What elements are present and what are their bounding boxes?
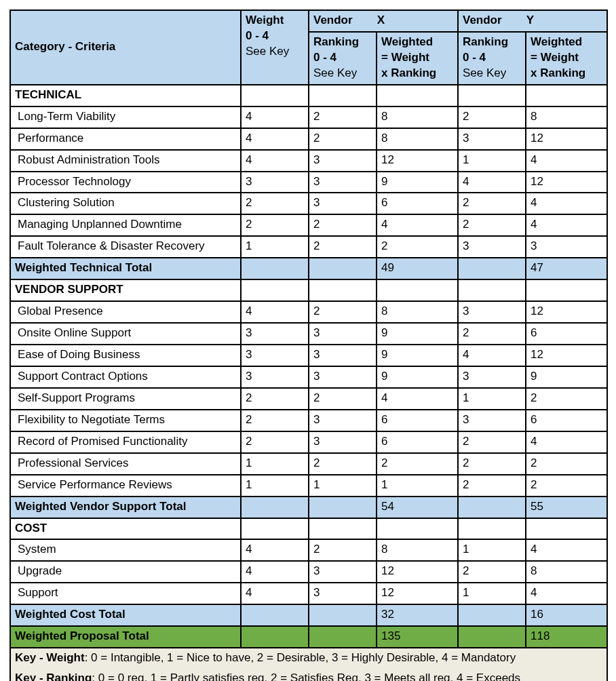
weight-cell: 4 bbox=[241, 128, 309, 150]
weight-cell: 2 bbox=[241, 410, 309, 431]
weighted-x-cell: 2 bbox=[377, 453, 458, 475]
ranking-x-cell: 3 bbox=[309, 583, 377, 604]
weight-cell: 2 bbox=[241, 214, 309, 236]
ranking-y-cell: 1 bbox=[458, 583, 526, 604]
weighted-x-cell: 6 bbox=[377, 410, 458, 431]
weighted-x-cell: 4 bbox=[377, 214, 458, 236]
weighted-x-cell: 2 bbox=[377, 236, 458, 258]
empty-cell bbox=[377, 518, 458, 540]
weighted-x-cell: 9 bbox=[377, 345, 458, 366]
ranking-y-cell: 2 bbox=[458, 193, 526, 214]
ranking-x-cell: 3 bbox=[309, 366, 377, 388]
criteria-cell: Support Contract Options bbox=[10, 366, 241, 388]
header-ranking-x: Ranking 0 - 4 See Key bbox=[309, 32, 377, 85]
criteria-cell: Self-Support Programs bbox=[10, 388, 241, 410]
weight-cell: 3 bbox=[241, 172, 309, 193]
table-row: Managing Unplanned Downtime22424 bbox=[10, 214, 607, 236]
weighted-y-cell: 12 bbox=[526, 172, 607, 193]
header-weight-l2: 0 - 4 bbox=[246, 29, 269, 42]
section-title: VENDOR SUPPORT bbox=[10, 279, 241, 301]
empty-cell bbox=[526, 518, 607, 540]
proposal-total-row: Weighted Proposal Total135118 bbox=[10, 626, 607, 648]
weight-cell: 2 bbox=[241, 388, 309, 410]
weighted-x-cell: 8 bbox=[377, 301, 458, 323]
ranking-x-cell: 3 bbox=[309, 150, 377, 172]
weight-cell: 1 bbox=[241, 236, 309, 258]
ranking-x-cell: 3 bbox=[309, 345, 377, 366]
ranking-x-cell: 2 bbox=[309, 214, 377, 236]
proposal-total-x: 135 bbox=[377, 626, 458, 648]
weight-cell: 3 bbox=[241, 345, 309, 366]
section-total-row: Weighted Technical Total4947 bbox=[10, 258, 607, 279]
ranking-x-cell: 3 bbox=[309, 193, 377, 214]
header-weighted-y: Weighted = Weight x Ranking bbox=[526, 32, 607, 85]
weighted-x-cell: 6 bbox=[377, 193, 458, 214]
section-total-row: Weighted Vendor Support Total5455 bbox=[10, 497, 607, 518]
ranking-x-cell: 2 bbox=[309, 453, 377, 475]
vendor-evaluation-table: Category - Criteria Weight 0 - 4 See Key… bbox=[9, 9, 608, 681]
ranking-y-cell: 2 bbox=[458, 475, 526, 497]
total-x-cell: 54 bbox=[377, 497, 458, 518]
ranking-y-cell: 2 bbox=[458, 214, 526, 236]
weighted-y-cell: 2 bbox=[526, 475, 607, 497]
empty-cell bbox=[241, 85, 309, 106]
weighted-x-cell: 8 bbox=[377, 539, 458, 561]
table-row: Support431214 bbox=[10, 583, 607, 604]
weight-cell: 4 bbox=[241, 583, 309, 604]
weight-cell: 1 bbox=[241, 453, 309, 475]
ranking-y-cell: 1 bbox=[458, 150, 526, 172]
header-ranking-x-l1: Ranking bbox=[313, 35, 359, 48]
criteria-cell: Onsite Online Support bbox=[10, 323, 241, 345]
weighted-y-cell: 12 bbox=[526, 301, 607, 323]
header-weighted-x-l1: Weighted bbox=[381, 35, 433, 48]
table-row: Global Presence428312 bbox=[10, 301, 607, 323]
weight-cell: 4 bbox=[241, 150, 309, 172]
total-x-cell: 49 bbox=[377, 258, 458, 279]
weighted-x-cell: 6 bbox=[377, 431, 458, 453]
empty-cell bbox=[309, 85, 377, 106]
header-weight-l3: See Key bbox=[246, 45, 289, 58]
weighted-x-cell: 1 bbox=[377, 475, 458, 497]
empty-cell bbox=[458, 497, 526, 518]
header-weight-l1: Weight bbox=[246, 14, 284, 26]
criteria-cell: Robust Administration Tools bbox=[10, 150, 241, 172]
empty-cell bbox=[377, 279, 458, 301]
header-weighted-y-l2: = Weight bbox=[531, 51, 579, 64]
empty-cell bbox=[458, 518, 526, 540]
weighted-x-cell: 12 bbox=[377, 583, 458, 604]
header-ranking-y-l3: See Key bbox=[463, 66, 506, 79]
header-ranking-x-l2: 0 - 4 bbox=[313, 51, 336, 64]
empty-cell bbox=[241, 626, 309, 648]
ranking-x-cell: 3 bbox=[309, 561, 377, 583]
weighted-y-cell: 4 bbox=[526, 583, 607, 604]
total-y-cell: 55 bbox=[526, 497, 607, 518]
empty-cell bbox=[458, 604, 526, 626]
header-vendor-x-letter: X bbox=[377, 14, 385, 26]
ranking-x-cell: 3 bbox=[309, 323, 377, 345]
empty-cell bbox=[377, 85, 458, 106]
proposal-total-y: 118 bbox=[526, 626, 607, 648]
ranking-y-cell: 3 bbox=[458, 236, 526, 258]
weighted-y-cell: 4 bbox=[526, 431, 607, 453]
empty-cell bbox=[309, 518, 377, 540]
table-row: Long-Term Viability42828 bbox=[10, 106, 607, 128]
table-row: Record of Promised Functionality23624 bbox=[10, 431, 607, 453]
empty-cell bbox=[458, 279, 526, 301]
table-row: Onsite Online Support33926 bbox=[10, 323, 607, 345]
key-weight-row: Key - Weight: 0 = Intangible, 1 = Nice t… bbox=[10, 648, 607, 669]
ranking-y-cell: 3 bbox=[458, 366, 526, 388]
weighted-x-cell: 12 bbox=[377, 150, 458, 172]
section-total-row: Weighted Cost Total3216 bbox=[10, 604, 607, 626]
criteria-cell: Ease of Doing Business bbox=[10, 345, 241, 366]
key-ranking-row: Key - Ranking: 0 = 0 req, 1 = Partly sat… bbox=[10, 669, 607, 681]
empty-cell bbox=[309, 497, 377, 518]
empty-cell bbox=[309, 279, 377, 301]
header-vendor-x: VendorX bbox=[309, 10, 458, 32]
key-ranking-cell: Key - Ranking: 0 = 0 req, 1 = Partly sat… bbox=[10, 669, 607, 681]
ranking-y-cell: 3 bbox=[458, 128, 526, 150]
empty-cell bbox=[241, 279, 309, 301]
empty-cell bbox=[458, 626, 526, 648]
section-title: TECHNICAL bbox=[10, 85, 241, 106]
table-row: Flexibility to Negotiate Terms23636 bbox=[10, 410, 607, 431]
header-ranking-x-l3: See Key bbox=[313, 66, 357, 79]
